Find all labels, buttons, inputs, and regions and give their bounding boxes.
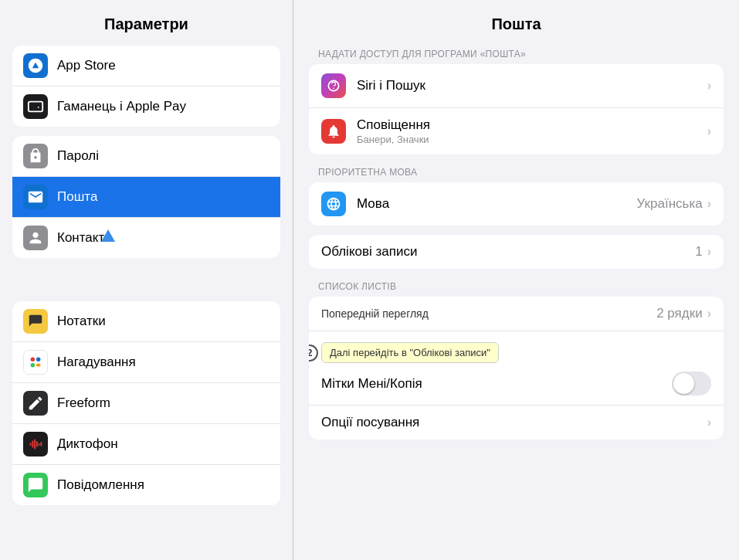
swipe-title: Опції посування xyxy=(321,415,707,430)
accounts-group: Облікові записи 1 › xyxy=(309,235,724,269)
siri-icon xyxy=(321,73,346,98)
sidebar-item-appstore[interactable]: App Store xyxy=(12,46,280,87)
accounts-title: Облікові записи xyxy=(321,244,695,260)
access-group: Siri і Пошук › Сповіщення Банери, Значки… xyxy=(309,64,724,154)
swipe-content: Опції посування xyxy=(321,415,707,430)
notifications-item[interactable]: Сповіщення Банери, Значки › xyxy=(309,108,724,154)
passwords-label: Паролі xyxy=(57,148,99,164)
sidebar-item-mail[interactable]: Пошта xyxy=(12,177,280,218)
settings-group-1: App Store Гаманець і Apple Pay xyxy=(12,46,280,127)
svg-rect-10 xyxy=(40,442,42,446)
notes-label: Нотатки xyxy=(57,314,106,329)
notifications-title: Сповіщення xyxy=(357,117,707,133)
maillist-group: Попередній перегляд 2 рядки › 2 Далі пер… xyxy=(309,297,724,440)
settings-group-2: Паролі Пошта 1 Натисніть по розділу "Пош… xyxy=(12,136,280,258)
sidebar-item-contacts[interactable]: Контакти xyxy=(12,218,280,258)
preview-chevron: › xyxy=(707,307,711,321)
svg-point-12 xyxy=(333,88,334,90)
reminders-icon xyxy=(23,350,48,375)
svg-rect-4 xyxy=(36,364,40,367)
ccbcc-item[interactable]: Мітки Мені/Копія xyxy=(309,362,724,406)
language-value: Українська xyxy=(637,196,703,212)
preview-title: Попередній перегляд xyxy=(321,307,656,320)
ccbcc-toggle[interactable] xyxy=(672,372,711,395)
notifications-chevron: › xyxy=(707,124,711,138)
svg-rect-9 xyxy=(39,443,40,446)
freeform-icon xyxy=(23,391,48,416)
passwords-icon xyxy=(23,144,48,168)
appstore-label: App Store xyxy=(57,58,116,73)
accounts-chevron: › xyxy=(707,245,711,259)
siri-item[interactable]: Siri і Пошук › xyxy=(309,64,724,108)
notifications-content: Сповіщення Банери, Значки xyxy=(357,117,707,145)
messages-label: Повідомлення xyxy=(57,477,144,493)
sidebar-item-wallet[interactable]: Гаманець і Apple Pay xyxy=(12,87,280,127)
preview-item[interactable]: Попередній перегляд 2 рядки › 2 Далі пер… xyxy=(309,297,724,331)
voicememo-label: Диктофон xyxy=(57,436,118,452)
accounts-item[interactable]: Облікові записи 1 › xyxy=(309,235,724,269)
section-maillist-label: СПИСОК ЛИСТІВ xyxy=(293,281,739,297)
language-title: Мова xyxy=(357,196,637,212)
svg-rect-6 xyxy=(32,440,33,447)
mail-label: Пошта xyxy=(57,189,97,205)
svg-rect-5 xyxy=(30,443,32,446)
swipe-chevron: › xyxy=(707,416,711,429)
swipe-item[interactable]: Опції посування › xyxy=(309,406,724,440)
accounts-value: 1 xyxy=(695,244,702,260)
accounts-content: Облікові записи xyxy=(321,244,695,260)
siri-chevron: › xyxy=(707,79,711,93)
language-group: Мова Українська › xyxy=(309,182,724,226)
section-language-label: ПРІОРИТЕТНА МОВА xyxy=(293,167,739,182)
sidebar-item-freeform[interactable]: Freeform xyxy=(12,383,280,424)
language-icon xyxy=(321,192,346,216)
sidebar-item-notes[interactable]: Нотатки xyxy=(12,301,280,342)
language-item[interactable]: Мова Українська › xyxy=(309,182,724,226)
freeform-label: Freeform xyxy=(57,395,110,411)
right-panel-title: Пошта xyxy=(293,0,739,46)
preview-value: 2 рядки xyxy=(656,306,703,321)
svg-point-1 xyxy=(31,358,36,362)
contacts-icon xyxy=(23,226,48,250)
wallet-label: Гаманець і Apple Pay xyxy=(57,99,186,114)
left-panel-title: Параметри xyxy=(0,0,293,46)
notifications-subtitle: Банери, Значки xyxy=(357,134,707,145)
annotation-2-text: Далі перейдіть в "Облікові записи" xyxy=(321,342,499,363)
annotation-2-number: 2 xyxy=(309,344,318,361)
messages-icon xyxy=(23,473,48,497)
ccbcc-title: Мітки Мені/Копія xyxy=(321,376,672,392)
reminders-label: Нагадування xyxy=(57,355,136,370)
appstore-icon xyxy=(23,53,48,78)
ccbcc-content: Мітки Мені/Копія xyxy=(321,376,672,392)
language-chevron: › xyxy=(707,197,711,211)
sidebar-item-passwords[interactable]: Паролі xyxy=(12,136,280,177)
sidebar-item-messages[interactable]: Повідомлення xyxy=(12,465,280,505)
sidebar-item-reminders[interactable]: Нагадування xyxy=(12,342,280,383)
right-panel: Пошта НАДАТИ ДОСТУП ДЛЯ ПРОГРАМИ «ПОШТА»… xyxy=(293,0,739,560)
svg-rect-8 xyxy=(36,441,38,446)
sidebar-item-voicememo[interactable]: Диктофон xyxy=(12,424,280,465)
svg-point-3 xyxy=(36,358,40,362)
section-access-label: НАДАТИ ДОСТУП ДЛЯ ПРОГРАМИ «ПОШТА» xyxy=(293,49,739,64)
ccbcc-toggle-knob xyxy=(673,373,694,394)
svg-rect-7 xyxy=(34,440,36,450)
voicememo-icon xyxy=(23,432,48,456)
mail-icon xyxy=(23,185,48,209)
left-panel: Параметри App Store Гаманець і Apple Pay xyxy=(0,0,293,560)
wallet-icon xyxy=(23,94,48,119)
notes-icon xyxy=(23,309,48,334)
notifications-icon xyxy=(321,119,346,144)
svg-rect-0 xyxy=(29,102,42,112)
siri-title: Siri і Пошук xyxy=(357,78,707,93)
settings-group-3: Нотатки Нагадування Freeform xyxy=(12,301,280,505)
annotation-2: 2 Далі перейдіть в "Облікові записи" xyxy=(309,342,499,363)
svg-point-2 xyxy=(31,363,36,368)
language-content: Мова xyxy=(357,196,637,212)
preview-content: Попередній перегляд xyxy=(321,307,656,320)
siri-content: Siri і Пошук xyxy=(357,78,707,93)
